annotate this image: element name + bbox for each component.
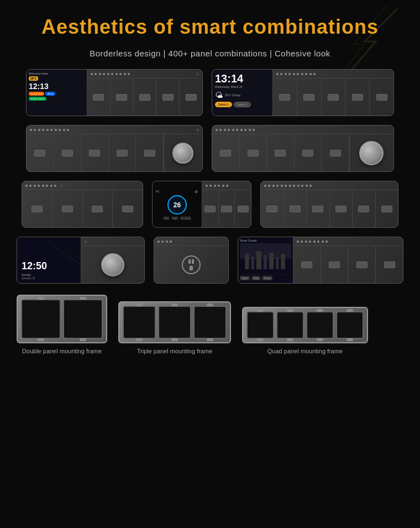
switch-btn[interactable] [162,94,174,101]
switch-knob-panel-right [212,125,394,172]
switch-btn[interactable] [92,206,103,212]
switch-btn[interactable] [266,206,277,212]
switch-col [53,190,83,227]
dot [107,73,109,75]
switch-panel-row3: ↑↓ [22,181,143,228]
svg-rect-8 [256,252,261,270]
switch-btn[interactable] [139,94,150,101]
switch-btn[interactable] [144,150,155,156]
ac-mode-auto[interactable]: Auto [163,216,170,220]
dot-pair [293,73,299,75]
switch-btn[interactable] [62,206,73,212]
landscape-time: 12:50 [22,260,47,272]
switch-btn[interactable] [381,206,392,212]
dot [293,73,295,75]
switch-btn[interactable] [32,206,43,212]
dot-pair [50,185,56,187]
frame-slot-2 [158,306,191,339]
ac-mode-noswing[interactable]: No swing [180,216,191,220]
rotary-knob[interactable] [172,143,193,164]
switch-btn[interactable] [290,206,301,212]
switch-btn[interactable] [204,206,216,212]
curtain-stop-btn[interactable]: Stop [251,276,260,280]
dot [301,241,303,243]
switch-btn[interactable] [116,94,127,101]
switch-btn[interactable] [221,206,232,212]
smart-hub-panel-left: Welcome home 28°C 12:13 Living lamp Away… [26,69,203,116]
switch-btn[interactable] [303,94,314,101]
dots-bar-right [273,70,393,79]
dot [224,129,226,131]
dot-pair [313,241,319,243]
triple-frame-item: Triple panel mounting frame [118,301,231,354]
switch-btn[interactable] [302,150,313,156]
switch-col [81,134,109,171]
switch-btn[interactable] [328,94,339,101]
socket-icon [181,255,201,275]
svg-rect-2 [192,259,194,264]
date-display: Wednesday, March 26 [215,85,270,88]
switch-btn[interactable] [62,150,73,156]
switch-col [370,79,393,116]
switch-col [212,134,240,171]
switch-btn[interactable] [329,262,340,268]
panel-main [261,190,398,227]
rotary-knob[interactable] [359,141,384,165]
landscape-knob-panel: 12:50 Sunday January 01 ⌂ [17,237,145,284]
switch-col [83,190,113,227]
switch-col [235,190,251,227]
switch-btn[interactable] [312,206,323,212]
switch-col [348,246,376,283]
switch-btn[interactable] [34,150,45,156]
ac-temp: 26 [174,201,181,209]
switch-pill-2[interactable]: Switch 2 [234,102,251,107]
time-display: 13:14 [215,72,270,85]
dot [46,185,48,187]
switches-right [273,79,393,116]
switch-btn[interactable] [279,94,290,101]
switch-pill-1[interactable]: Switch 1 [215,102,232,107]
dot-pair [158,241,164,243]
dot-pair [232,129,238,131]
switch-col [295,134,322,171]
switch-btn[interactable] [220,150,231,156]
switch-btn[interactable] [376,94,387,101]
dot-pair [297,241,303,243]
panel-top-bar: ↑↓ [22,181,143,190]
dot [228,129,230,131]
switch-btn[interactable] [384,262,395,268]
switch-btn[interactable] [89,150,100,156]
switch-btn[interactable] [335,206,347,212]
curtain-open-btn[interactable]: Open [240,276,250,280]
panel-main [22,190,143,227]
dot [305,73,307,75]
frame-slot-1 [21,299,61,339]
dot-pair [249,129,255,131]
switch-col [219,190,235,227]
dot-pair [214,185,220,187]
curtain-close-btn[interactable]: Close [262,276,272,280]
ac-modes: Auto High No swing [163,216,191,220]
switch-btn[interactable] [238,206,249,212]
panel-top-bar [261,181,398,190]
curtain-switches [293,237,403,283]
dot [313,241,316,243]
switch-btn[interactable] [358,206,369,212]
dot [25,185,28,187]
triple-mounting-frame [118,301,231,343]
switch-btn[interactable] [301,262,312,268]
switch-btn[interactable] [352,94,363,101]
ac-mode-high[interactable]: High [171,216,178,220]
switch-btn[interactable] [93,94,104,101]
rotary-knob[interactable] [101,253,124,276]
dot-pair [306,185,312,187]
switch-btn[interactable] [117,150,128,156]
dot [232,129,234,131]
switch-btn[interactable] [275,150,286,156]
switch-btn[interactable] [330,150,341,156]
switch-btn[interactable] [248,150,259,156]
switch-btn[interactable] [356,262,368,268]
switch-btn[interactable] [186,94,197,101]
switch-btn[interactable] [122,206,133,212]
hub-dots-bar: ⌂ [87,70,202,79]
